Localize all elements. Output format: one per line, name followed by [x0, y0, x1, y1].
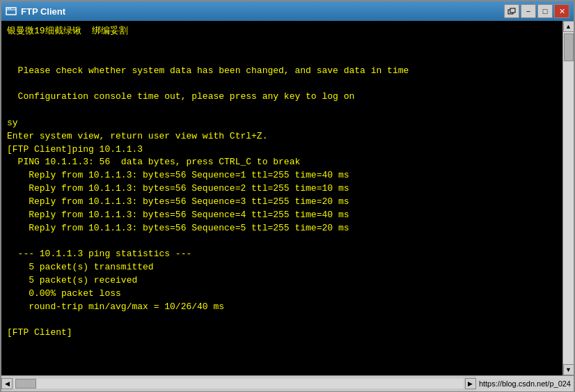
- terminal-line: sy: [7, 118, 18, 128]
- maximize-button[interactable]: □: [537, 4, 553, 18]
- terminal-line: PING 10.1.1.3: 56 data bytes, press CTRL…: [7, 157, 300, 167]
- title-bar: FTP Client − □ ✕: [1, 1, 574, 21]
- svg-rect-0: [6, 8, 16, 15]
- close-button[interactable]: ✕: [554, 4, 569, 18]
- svg-rect-5: [510, 8, 515, 13]
- terminal-line: --- 10.1.1.3 ping statistics ---: [7, 249, 191, 259]
- terminal-line: Reply from 10.1.1.3: bytes=56 Sequence=4…: [7, 210, 349, 220]
- terminal-line: Please check whether system data has bee…: [7, 65, 409, 76]
- window-title: FTP Client: [21, 6, 504, 17]
- restore-button[interactable]: [504, 4, 519, 18]
- bottom-bar: ◀ ▶ https://blog.csdn.net/p_024: [1, 375, 574, 391]
- vertical-scrollbar[interactable]: ▲ ▼: [562, 21, 574, 375]
- terminal-line: 5 packet(s) transmitted: [7, 262, 154, 272]
- terminal-line: Reply from 10.1.1.3: bytes=56 Sequence=5…: [7, 223, 349, 233]
- terminal-output[interactable]: 银曼微19细截绿锹 绑编妥割 Please check whether syst…: [1, 21, 562, 375]
- scroll-down-arrow[interactable]: ▼: [563, 364, 574, 375]
- terminal-line: Reply from 10.1.1.3: bytes=56 Sequence=2…: [7, 183, 349, 194]
- terminal-line: [FTP Client]ping 10.1.1.3: [7, 144, 143, 155]
- terminal-line: Enter system view, return user view with…: [7, 131, 267, 141]
- scroll-track-horizontal[interactable]: [14, 379, 464, 389]
- scroll-thumb-vertical[interactable]: [564, 33, 574, 61]
- terminal-line: Configuration console time out, please p…: [7, 91, 354, 102]
- terminal-line: Reply from 10.1.1.3: bytes=56 Sequence=1…: [7, 170, 349, 180]
- terminal-line: 5 packet(s) received: [7, 275, 137, 285]
- svg-point-3: [10, 8, 11, 10]
- main-window: FTP Client − □ ✕ 银曼微19细截绿锹 绑编妥割 Please c…: [0, 0, 575, 392]
- scroll-right-arrow[interactable]: ▶: [465, 378, 476, 389]
- terminal-line: Reply from 10.1.1.3: bytes=56 Sequence=3…: [7, 196, 349, 207]
- terminal-container: 银曼微19细截绿锹 绑编妥割 Please check whether syst…: [1, 21, 574, 375]
- terminal-line: round-trip min/avg/max = 10/26/40 ms: [7, 301, 224, 312]
- terminal-line: [FTP Client]: [7, 327, 72, 338]
- scroll-thumb-horizontal[interactable]: [15, 379, 36, 389]
- window-controls: − □ ✕: [504, 4, 569, 18]
- scroll-left-arrow[interactable]: ◀: [1, 378, 13, 389]
- window-icon: [6, 6, 17, 17]
- minimize-button[interactable]: −: [521, 4, 536, 18]
- terminal-line: 银曼微19细截绿锹 绑编妥割: [7, 26, 128, 36]
- terminal-line: 0.00% packet loss: [7, 288, 121, 299]
- scroll-up-arrow[interactable]: ▲: [563, 21, 574, 32]
- status-url: https://blog.csdn.net/p_024: [476, 376, 574, 391]
- scroll-track-vertical[interactable]: [563, 32, 574, 364]
- horizontal-scrollbar[interactable]: ◀ ▶: [1, 376, 476, 391]
- svg-point-2: [8, 8, 9, 10]
